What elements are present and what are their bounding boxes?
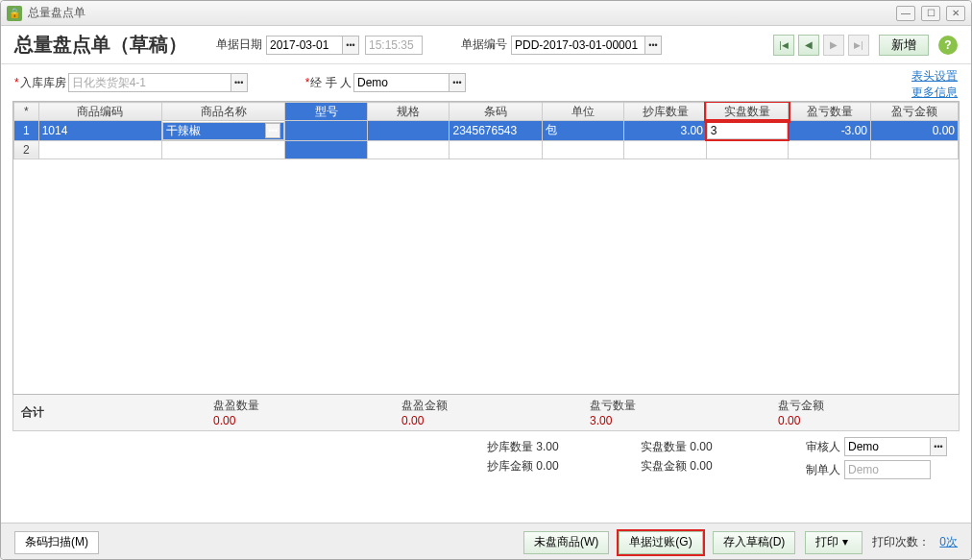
stat-label: 实盘数量 [641,440,687,453]
cell-code[interactable] [38,140,161,158]
printcount-label: 打印次数： [872,534,930,550]
col-amount[interactable]: 盈亏金额 [870,103,958,121]
summary-col: 盘盈数量 0.00 [206,395,394,430]
summary-col: 盘亏数量 3.00 [582,395,770,430]
cell-barcode[interactable] [450,140,542,158]
header-settings-link[interactable]: 表头设置 [911,68,958,85]
warehouse-label: 入库库房 [20,75,66,91]
col-stock[interactable]: 抄库数量 [624,103,707,121]
form-row: * 入库库房 ••• * 经 手 人 ••• [1,64,971,97]
grid: * 商品编码 商品名称 型号 规格 条码 单位 抄库数量 实盘数量 盈亏数量 盈… [12,101,960,395]
maker-label: 制单人 [794,460,840,479]
col-actual[interactable]: 实盘数量 [706,103,789,121]
cell-actual[interactable] [706,140,789,158]
unstock-button[interactable]: 未盘商品(W) [523,531,609,554]
stat-label: 实盘金额 [641,459,687,473]
docno-lookup-button[interactable]: ••• [644,36,662,55]
warehouse-lookup-button[interactable]: ••• [231,73,248,92]
help-icon[interactable]: ? [938,36,958,55]
summary-value: 0.00 [213,414,386,427]
cell-amount[interactable]: 0.00 [870,121,958,141]
cell-unit[interactable] [542,140,624,158]
table-row[interactable]: 1 1014 干辣椒 ••• 2345676543 包 3.00 ••• [14,121,959,141]
stats-row: 抄库数量 3.00 抄库金额 0.00 实盘数量 0.00 实盘金额 0.00 … [1,431,971,483]
more-info-link[interactable]: 更多信息 [911,85,958,101]
cell-name-text: 干辣椒 [166,123,266,139]
table-row[interactable]: 2 [14,140,959,158]
nav-next-button[interactable] [823,35,844,56]
col-rownum[interactable]: * [14,103,39,121]
summary-col: 盘亏金额 0.00 [770,395,959,430]
app-icon: 🔒 [7,6,22,21]
required-marker: * [14,76,19,89]
cell-model[interactable] [285,121,368,141]
cell-spec[interactable] [367,121,450,141]
cell-barcode[interactable]: 2345676543 [450,121,542,141]
summary-label: 盘亏数量 [590,398,763,414]
cell-code[interactable]: 1014 [38,121,161,141]
col-diff[interactable]: 盈亏数量 [789,103,871,121]
nav-last-button[interactable] [848,35,869,56]
summary-label: 盘盈金额 [401,398,574,414]
cell-model[interactable] [285,140,368,158]
nav-first-button[interactable] [773,35,794,56]
col-name[interactable]: 商品名称 [162,103,285,121]
col-code[interactable]: 商品编码 [38,103,161,121]
post-button[interactable]: 单据过账(G) [619,531,702,554]
maximize-button[interactable]: ☐ [921,6,940,21]
save-draft-button[interactable]: 存入草稿(D) [713,531,796,554]
prev-icon [805,39,813,50]
stats-col: 审核人 ••• 制单人 [794,437,958,483]
add-button[interactable]: 新增 [879,35,929,56]
summary-col: 盘盈金额 0.00 [394,395,582,430]
col-barcode[interactable]: 条码 [450,103,542,121]
auditor-input[interactable] [844,437,931,456]
date-picker-button[interactable]: ••• [342,36,359,55]
page-title: 总量盘点单（草稿） [14,32,187,58]
grid-header-row: * 商品编码 商品名称 型号 规格 条码 单位 抄库数量 实盘数量 盈亏数量 盈… [14,103,959,121]
handler-lookup-button[interactable]: ••• [449,73,466,92]
cell-amount[interactable] [870,140,958,158]
cell-diff[interactable] [789,140,871,158]
name-lookup-button[interactable]: ••• [265,123,280,138]
actual-input[interactable] [711,123,789,138]
printcount-link[interactable]: 0次 [939,534,958,550]
docno-input[interactable] [511,36,645,55]
cell-stock[interactable]: 3.00 [624,121,707,141]
dropdown-icon: ▾ [838,535,852,548]
last-icon [854,39,863,50]
col-model[interactable]: 型号 [285,103,368,121]
minimize-button[interactable]: — [896,6,915,21]
summary-label: 盘盈数量 [213,398,386,414]
nav-prev-button[interactable] [798,35,819,56]
stats-col: 抄库数量 3.00 抄库金额 0.00 [487,437,641,483]
warehouse-input[interactable] [68,73,231,92]
cell-rownum: 1 [14,121,39,141]
content: 表头设置 更多信息 * 入库库房 ••• * 经 手 人 ••• [1,64,971,523]
warehouse-field: * 入库库房 ••• [14,73,248,92]
summary-value: 0.00 [778,414,951,427]
col-spec[interactable]: 规格 [367,103,450,121]
col-unit[interactable]: 单位 [542,103,624,121]
cell-name[interactable] [162,140,285,158]
stat-value: 0.00 [536,459,558,473]
summary-bar: 合计 盘盈数量 0.00 盘盈金额 0.00 盘亏数量 3.00 盘亏金额 0.… [12,395,960,431]
cell-diff[interactable]: -3.00 [789,121,871,141]
print-button[interactable]: 打印▾ [805,531,863,554]
cell-spec[interactable] [367,140,450,158]
cell-unit[interactable]: 包 [542,121,624,141]
date-input[interactable] [266,36,343,55]
summary-total-label: 合计 [13,395,206,430]
close-button[interactable]: ✕ [946,6,965,21]
cell-actual[interactable]: ••• [707,121,789,139]
auditor-lookup-button[interactable]: ••• [930,437,947,456]
first-icon [779,39,788,50]
cell-name[interactable]: 干辣椒 ••• [162,122,284,140]
stat-value: 0.00 [690,459,712,473]
window-title: 总量盘点单 [28,5,890,21]
handler-input[interactable] [353,73,450,92]
docno-label: 单据编号 [461,37,507,53]
barcode-scan-button[interactable]: 条码扫描(M) [14,531,99,554]
footer: 条码扫描(M) 未盘商品(W) 单据过账(G) 存入草稿(D) 打印▾ 打印次数… [1,523,971,560]
cell-stock[interactable] [624,140,707,158]
